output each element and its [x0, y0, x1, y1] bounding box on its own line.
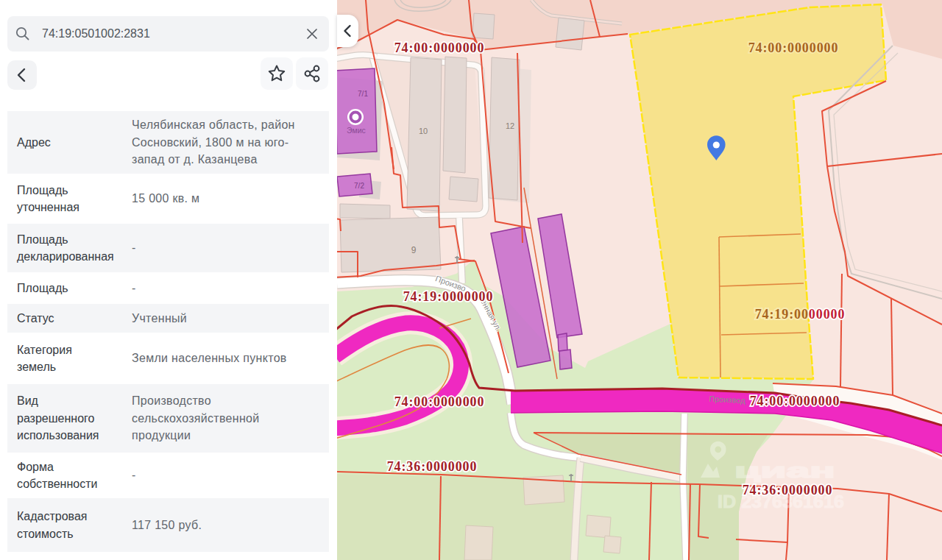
svg-text:9: 9	[411, 245, 417, 255]
svg-text:ID 2376361616: ID 2376361616	[718, 492, 844, 511]
svg-text:74:00:0000000: 74:00:0000000	[750, 394, 840, 408]
svg-text:Эмис: Эмис	[347, 126, 366, 135]
svg-text:74:36:0000000: 74:36:0000000	[387, 459, 478, 474]
svg-text:7/2: 7/2	[354, 182, 364, 190]
svg-text:10: 10	[419, 127, 428, 135]
svg-text:74:00:0000000: 74:00:0000000	[394, 394, 485, 409]
svg-text:7/1: 7/1	[358, 90, 368, 98]
svg-text:циан: циан	[734, 460, 835, 482]
svg-text:74:00:0000000: 74:00:0000000	[748, 40, 839, 55]
svg-text:74:00:0000000: 74:00:0000000	[394, 40, 485, 55]
svg-text:12: 12	[506, 121, 514, 130]
svg-text:74:19:0000000: 74:19:0000000	[403, 289, 494, 304]
